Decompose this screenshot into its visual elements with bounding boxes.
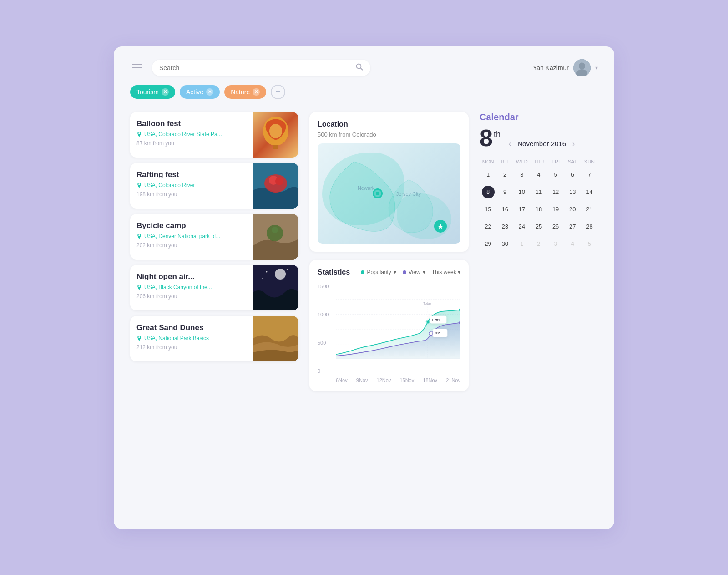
event-card-4[interactable]: Great Sand Dunes USA, National Park Basi… [130,316,298,361]
right-column: Calendar 8 th ‹ November 2016 › MON TUE [480,112,598,391]
event-info-3: Night open air... USA, Black Canyon of t… [130,265,253,310]
map-nav-button[interactable] [434,220,447,233]
calendar-day-cell[interactable]: 5 [581,235,598,253]
calendar-day-cell[interactable]: 18 [530,201,547,218]
svg-point-11 [275,177,283,185]
calendar-day-cell[interactable]: 23 [496,218,513,235]
event-card-3[interactable]: Night open air... USA, Black Canyon of t… [130,265,298,310]
calendar-day-cell[interactable]: 8 [480,183,496,201]
tag-tourism[interactable]: Tourism ✕ [130,85,175,99]
stats-legend-popularity[interactable]: Popularity ▾ [361,269,396,275]
calendar-day-cell[interactable]: 1 [513,235,530,253]
event-distance-3: 206 km from you [136,293,247,300]
calendar-day-cell[interactable]: 10 [513,183,530,201]
event-image-2 [253,214,298,260]
calendar-day-cell[interactable]: 11 [530,183,547,201]
calendar-body: 1234567891011121314151617181920212223242… [480,166,598,253]
filter-tags: Tourism ✕ Active ✕ Nature ✕ + [130,85,598,99]
tag-tourism-close[interactable]: ✕ [162,88,169,96]
calendar-week-4: 293012345 [480,235,598,253]
calendar-day-cell[interactable]: 4 [564,235,581,253]
calendar-day-cell[interactable]: 3 [547,235,564,253]
event-card-1[interactable]: Rafting fest USA, Colorado River 198 km … [130,163,298,209]
map-area[interactable]: Jersey City Newark [318,143,460,244]
stats-filter[interactable]: This week ▾ [432,269,460,275]
weekday-fri: FRI [547,157,564,166]
weekday-wed: WED [513,157,530,166]
calendar-title: Calendar [480,112,598,122]
calendar-day-cell[interactable]: 14 [581,183,598,201]
calendar-day-cell[interactable]: 2 [530,235,547,253]
chart-container: 1500 1000 500 0 [318,284,460,383]
tag-active-label: Active [186,88,203,96]
calendar-week-2: 15161718192021 [480,201,598,218]
user-name: Yan Kazimur [533,64,569,71]
event-location-1: USA, Colorado River [136,182,247,188]
calendar-day-cell[interactable]: 28 [581,218,598,235]
calendar-month-label: November 2016 [517,140,566,148]
calendar-day-cell[interactable]: 25 [530,218,547,235]
calendar-day-cell[interactable]: 6 [564,166,581,183]
event-list: Balloon fest USA, Colorado River State P… [130,112,298,391]
event-location-2: USA, Denver National park of... [136,233,247,239]
calendar-day-cell[interactable]: 9 [496,183,513,201]
calendar-day-cell[interactable]: 4 [530,166,547,183]
event-distance-1: 198 km from you [136,191,247,198]
event-title-4: Great Sand Dunes [136,323,247,332]
event-info-2: Bycicle camp USA, Denver National park o… [130,214,253,260]
tag-active[interactable]: Active ✕ [180,85,220,99]
tag-active-close[interactable]: ✕ [206,88,213,96]
calendar-day-cell[interactable]: 5 [547,166,564,183]
calendar-day-cell[interactable]: 12 [547,183,564,201]
search-input[interactable] [159,64,353,71]
calendar-day-cell[interactable]: 2 [496,166,513,183]
calendar-day-cell[interactable]: 20 [564,201,581,218]
app-container: Yan Kazimur ▾ Tourism ✕ Active ✕ Nature … [114,46,614,529]
header: Yan Kazimur ▾ [130,59,598,76]
calendar-day-cell[interactable]: 7 [581,166,598,183]
avatar [573,59,591,76]
calendar-day-cell[interactable]: 26 [547,218,564,235]
calendar-weekdays-row: MON TUE WED THU FRI SAT SUN [480,157,598,166]
svg-point-29 [427,321,429,323]
weekday-thu: THU [530,157,547,166]
calendar-day-cell[interactable]: 22 [480,218,496,235]
calendar-day-cell[interactable]: 17 [513,201,530,218]
add-tag-button[interactable]: + [271,85,285,99]
calendar-day-cell[interactable]: 27 [564,218,581,235]
chart-x-labels: 6Nov 9Nov 12Nov 15Nov 18Nov 21Nov [336,375,460,383]
svg-point-30 [429,331,433,335]
calendar-day-cell[interactable]: 29 [480,235,496,253]
svg-line-1 [361,68,363,70]
location-distance: 500 km from Colorado [318,131,460,138]
calendar-day-cell[interactable]: 16 [496,201,513,218]
calendar-day-cell[interactable]: 15 [480,201,496,218]
tag-nature-close[interactable]: ✕ [253,88,260,96]
tag-nature[interactable]: Nature ✕ [224,85,266,99]
calendar-prev-button[interactable]: ‹ [506,139,514,149]
event-card-2[interactable]: Bycicle camp USA, Denver National park o… [130,214,298,260]
calendar-month-nav: ‹ November 2016 › [506,139,577,149]
event-info-4: Great Sand Dunes USA, National Park Basi… [130,316,253,361]
calendar-day-cell[interactable]: 3 [513,166,530,183]
search-icon [356,63,363,72]
calendar-day-cell[interactable]: 13 [564,183,581,201]
weekday-sat: SAT [564,157,581,166]
event-card-0[interactable]: Balloon fest USA, Colorado River State P… [130,112,298,158]
event-title-1: Rafting fest [136,170,247,179]
tag-nature-label: Nature [231,88,250,96]
stats-legend-view[interactable]: View ▾ [403,269,425,275]
event-distance-0: 87 km from you [136,140,247,147]
calendar-day-cell[interactable]: 21 [581,201,598,218]
calendar-day-cell[interactable]: 24 [513,218,530,235]
chart-y-axis: 1500 1000 500 0 [318,284,332,383]
svg-point-14 [272,227,278,233]
calendar-next-button[interactable]: › [570,139,577,149]
calendar-day-cell[interactable]: 30 [496,235,513,253]
event-title-2: Bycicle camp [136,221,247,230]
calendar-day-cell[interactable]: 19 [547,201,564,218]
menu-icon[interactable] [130,62,144,73]
stats-title: Statistics [318,268,350,276]
event-distance-4: 212 km from you [136,344,247,351]
calendar-day-cell[interactable]: 1 [480,166,496,183]
